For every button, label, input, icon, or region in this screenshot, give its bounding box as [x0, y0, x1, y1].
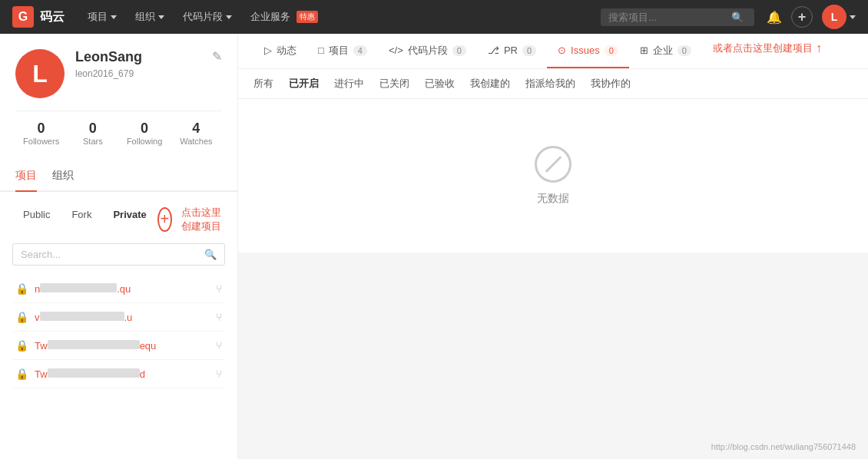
list-item[interactable]: 🔒 Twequ ⑂: [12, 332, 225, 360]
stars-stat[interactable]: 0 Stars: [67, 121, 118, 146]
stars-count: 0: [67, 121, 118, 137]
tab-snippets[interactable]: </> 代码片段 0: [378, 34, 477, 68]
logo-icon: G: [12, 6, 34, 28]
no-data-text: 无数据: [537, 192, 569, 206]
repo-section: Public Fork Private + 点击这里创建项目 🔍 🔒 n.qu …: [0, 192, 237, 401]
nav-item-snippet[interactable]: 代码片段: [175, 5, 240, 28]
filter-fork[interactable]: Fork: [61, 204, 102, 225]
logo-text: 码云: [40, 9, 65, 25]
list-item[interactable]: 🔒 Twd ⑂: [12, 360, 225, 388]
issues-icon: ⊙: [558, 45, 566, 56]
enterprise-count: 0: [678, 45, 691, 56]
lock-icon: 🔒: [15, 368, 28, 380]
nav-item-project[interactable]: 项目: [80, 5, 124, 28]
lock-icon: 🔒: [15, 311, 28, 323]
logo[interactable]: G 码云: [12, 6, 65, 28]
topbar: G 码云 项目 组织 代码片段 企业服务 特惠 🔍 🔔 + L: [0, 0, 868, 34]
dropdown-caret: [850, 15, 856, 19]
topbar-search[interactable]: 🔍: [601, 8, 754, 26]
following-stat[interactable]: 0 Following: [119, 121, 171, 146]
repo-name: n.qu: [35, 283, 216, 295]
filter-collaborated[interactable]: 我协作的: [591, 77, 631, 91]
filter-open[interactable]: 已开启: [289, 77, 319, 91]
tab-repos[interactable]: □ 项目 4: [307, 34, 378, 68]
content-area: ▷ 动态 □ 项目 4 </> 代码片段 0 ⎇ PR 0 ⊙ Issues 0: [238, 34, 868, 459]
profile-info: LeonSang leon2016_679: [75, 49, 222, 79]
filter-inprogress[interactable]: 进行中: [334, 77, 364, 91]
profile-username: leon2016_679: [75, 68, 222, 79]
issue-count: 0: [605, 45, 618, 56]
filter-closed[interactable]: 已关闭: [379, 77, 409, 91]
repo-name: v.u: [35, 312, 216, 323]
sidebar: L LeonSang leon2016_679 ✎ 0 Followers 0 …: [0, 34, 238, 459]
enterprise-badge: 特惠: [297, 11, 318, 23]
watches-count: 4: [171, 121, 222, 137]
code-icon: </>: [389, 45, 403, 56]
fork-icon: ⑂: [216, 282, 222, 295]
list-item[interactable]: 🔒 v.u ⑂: [12, 303, 225, 332]
pr-count: 0: [522, 45, 536, 56]
fork-icon: ⑂: [216, 311, 222, 323]
followers-count: 0: [15, 121, 67, 137]
filter-assigned-to-me[interactable]: 指派给我的: [525, 77, 575, 91]
topbar-nav: 项目 组织 代码片段 企业服务 特惠: [80, 5, 326, 28]
repo-search-box[interactable]: 🔍: [12, 243, 225, 266]
tab-issues[interactable]: ⊙ Issues 0: [547, 34, 629, 68]
filter-private[interactable]: Private: [102, 204, 157, 225]
fork-icon: ⑂: [216, 368, 222, 380]
filter-accepted[interactable]: 已验收: [425, 77, 455, 91]
avatar-dropdown[interactable]: L: [822, 5, 856, 29]
search-input[interactable]: [608, 12, 731, 23]
user-avatar: L: [822, 5, 846, 29]
add-repo-button[interactable]: +: [157, 207, 172, 232]
activity-icon: ▷: [264, 45, 272, 56]
profile-tabs: 项目 组织: [0, 161, 237, 192]
profile-avatar: L: [15, 49, 65, 98]
repo-name: Twd: [35, 368, 216, 380]
filter-created-by-me[interactable]: 我创建的: [470, 77, 510, 91]
enterprise-icon: ⊞: [640, 45, 648, 56]
repo-search-input[interactable]: [21, 249, 204, 260]
add-button[interactable]: +: [791, 6, 813, 28]
following-count: 0: [119, 121, 171, 137]
notification-icon[interactable]: 🔔: [767, 10, 782, 25]
stars-label: Stars: [67, 137, 118, 146]
repo-icon: □: [318, 45, 324, 56]
repo-list: 🔒 n.qu ⑂ 🔒 v.u ⑂ 🔒 Twequ: [12, 275, 225, 388]
watches-label: Watches: [171, 137, 222, 146]
watches-stat[interactable]: 4 Watches: [171, 121, 222, 146]
fork-icon: ⑂: [216, 339, 222, 352]
search-icon: 🔍: [204, 249, 217, 260]
lock-icon: 🔒: [15, 282, 28, 295]
pr-icon: ⎇: [488, 45, 499, 56]
profile-name: LeonSang: [75, 49, 222, 65]
caret-icon: [158, 15, 164, 19]
search-icon: 🔍: [731, 12, 744, 23]
tab-projects[interactable]: 项目: [15, 161, 37, 192]
tab-activity[interactable]: ▷ 动态: [253, 34, 307, 68]
nav-item-org[interactable]: 组织: [128, 5, 172, 28]
profile-edit-icon[interactable]: ✎: [212, 49, 222, 64]
tab-orgs[interactable]: 组织: [52, 161, 74, 192]
followers-stat[interactable]: 0 Followers: [15, 121, 67, 146]
following-label: Following: [119, 137, 171, 146]
topbar-icons: 🔔 + L: [767, 5, 856, 29]
repo-name: Twequ: [35, 340, 216, 352]
empty-state: 无数据: [238, 99, 868, 253]
tab-pr[interactable]: ⎇ PR 0: [477, 34, 547, 68]
create-project-annotation-bottom: 点击这里创建项目: [181, 206, 225, 233]
caret-icon: [226, 15, 232, 19]
filter-all[interactable]: 所有: [253, 77, 273, 91]
tab-enterprise[interactable]: ⊞ 企业 0: [629, 34, 702, 68]
nav-item-enterprise[interactable]: 企业服务 特惠: [243, 5, 326, 28]
create-project-annotation-top: 或者点击这里创建项目 ↑: [713, 41, 822, 55]
profile-stats: 0 Followers 0 Stars 0 Following 4 Watche…: [15, 111, 222, 146]
caret-icon: [111, 15, 117, 19]
list-item[interactable]: 🔒 n.qu ⑂: [12, 275, 225, 303]
main-layout: L LeonSang leon2016_679 ✎ 0 Followers 0 …: [0, 34, 868, 459]
snippet-count: 0: [452, 45, 466, 56]
watermark: http://blog.csdn.net/wuliang756071448: [711, 442, 856, 451]
filter-public[interactable]: Public: [12, 204, 61, 225]
followers-label: Followers: [15, 137, 67, 146]
repo-count: 4: [353, 45, 367, 56]
